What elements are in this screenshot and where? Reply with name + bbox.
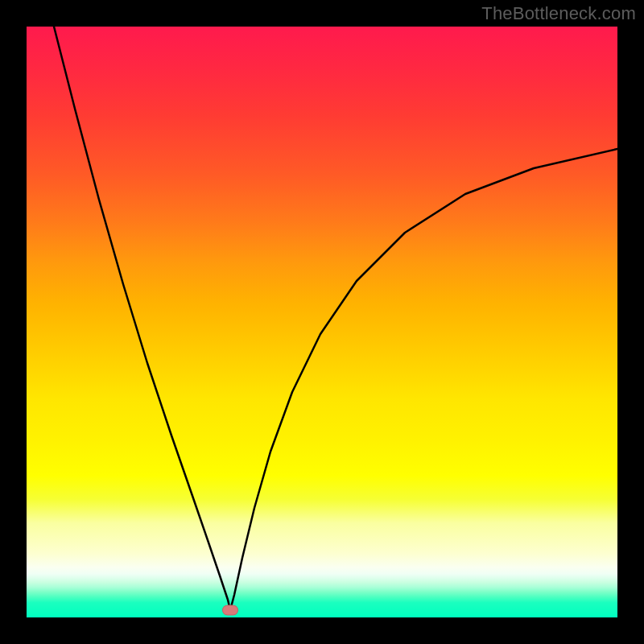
bottleneck-curve bbox=[27, 27, 617, 617]
watermark-text: TheBottleneck.com bbox=[481, 3, 636, 24]
plot-area bbox=[27, 27, 617, 617]
bottleneck-marker bbox=[222, 605, 238, 616]
